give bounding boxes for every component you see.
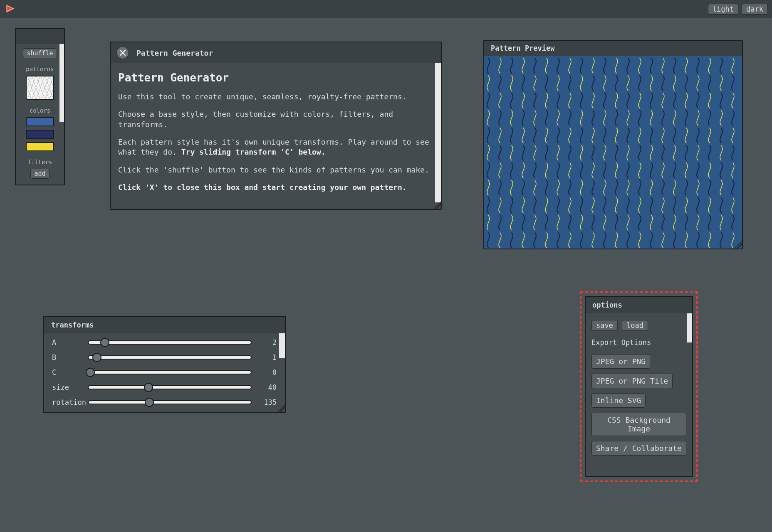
slider-thumb[interactable] xyxy=(145,398,154,407)
slider-label: rotation xyxy=(52,398,84,406)
color-swatch-2[interactable] xyxy=(26,130,54,139)
palette-patterns-label: patterns xyxy=(26,66,54,72)
intro-header-title: Pattern Generator xyxy=(136,49,213,57)
preview-resize-handle[interactable] xyxy=(735,241,742,249)
intro-p5: Click 'X' to close this box and start cr… xyxy=(118,182,431,192)
save-button[interactable]: save xyxy=(591,320,618,331)
slider-value: 40 xyxy=(256,383,277,392)
intro-panel: Pattern Generator Pattern Generator Use … xyxy=(110,42,442,210)
add-filter-button[interactable]: add xyxy=(30,169,49,179)
theme-light-button[interactable]: light xyxy=(708,4,738,15)
options-saveload-row: save load xyxy=(591,320,686,331)
intro-resize-handle[interactable] xyxy=(433,202,441,209)
slider-value: 135 xyxy=(256,398,277,406)
palette-colors-label: colors xyxy=(30,107,51,114)
load-button[interactable]: load xyxy=(622,320,648,331)
slider-row-b: B 1 xyxy=(52,353,277,362)
slider-value: 1 xyxy=(256,353,277,362)
intro-p4: Click the 'shuffle' button to see the ki… xyxy=(118,165,431,175)
intro-heading: Pattern Generator xyxy=(118,71,431,85)
slider-value: 2 xyxy=(256,338,277,347)
transforms-scrollbar[interactable] xyxy=(279,333,285,358)
slider-label: size xyxy=(52,383,84,392)
palette-scrollbar[interactable] xyxy=(59,44,64,122)
palette-filters-label: filters xyxy=(27,159,52,165)
theme-dark-button[interactable]: dark xyxy=(742,4,768,15)
transforms-panel: transforms A 2 B 1 C 0 size 40 rotation … xyxy=(43,316,286,413)
slider-thumb[interactable] xyxy=(100,338,109,347)
slider-thumb[interactable] xyxy=(144,383,153,392)
options-scrollbar[interactable] xyxy=(687,313,692,342)
slider-thumb[interactable] xyxy=(92,353,101,362)
app-logo xyxy=(4,3,16,15)
options-header[interactable]: options xyxy=(586,297,692,313)
intro-p3: Each pattern style has it's own unique t… xyxy=(118,137,431,158)
slider-label: C xyxy=(52,368,84,377)
palette-filters-group: filters add xyxy=(19,159,61,179)
transforms-resize-handle[interactable] xyxy=(277,405,285,412)
color-swatch-1[interactable] xyxy=(26,117,54,126)
intro-p2: Choose a base style, then customize with… xyxy=(118,109,431,130)
slider-row-rotation: rotation 135 xyxy=(52,398,277,406)
palette-panel: shuffle patterns colors filters add xyxy=(15,28,65,185)
export-heading: Export Options xyxy=(591,338,686,347)
preview-header[interactable]: Pattern Preview xyxy=(484,41,742,56)
slider-rotation[interactable] xyxy=(88,400,252,404)
export-share-button[interactable]: Share / Collaborate xyxy=(591,441,686,456)
preview-panel: Pattern Preview xyxy=(483,40,743,249)
intro-body: Pattern Generator Use this tool to creat… xyxy=(111,63,441,209)
options-highlight: options save load Export Options JPEG or… xyxy=(580,291,698,482)
export-inline-svg-button[interactable]: Inline SVG xyxy=(591,393,646,408)
intro-p1: Use this tool to create unique, seamless… xyxy=(118,92,431,102)
intro-scrollbar[interactable] xyxy=(435,63,441,202)
shuffle-button[interactable]: shuffle xyxy=(23,48,57,58)
palette-shuffle-group: shuffle xyxy=(19,48,61,58)
svg-rect-1 xyxy=(484,56,742,249)
export-jpeg-png-button[interactable]: JPEG or PNG xyxy=(591,354,650,369)
preview-canvas xyxy=(484,56,742,249)
slider-label: A xyxy=(52,338,84,347)
slider-label: B xyxy=(52,353,84,362)
slider-size[interactable] xyxy=(88,385,252,389)
slider-row-size: size 40 xyxy=(52,383,277,392)
options-body: save load Export Options JPEG or PNG JPE… xyxy=(586,313,692,476)
close-intro-button[interactable] xyxy=(116,47,129,59)
palette-colors-group: colors xyxy=(19,107,61,151)
slider-a[interactable] xyxy=(88,340,252,345)
color-swatch-3[interactable] xyxy=(26,142,54,151)
palette-patterns-group: patterns xyxy=(19,66,61,100)
intro-header[interactable]: Pattern Generator xyxy=(111,42,441,63)
slider-b[interactable] xyxy=(88,355,252,360)
transforms-header[interactable]: transforms xyxy=(44,317,285,333)
theme-buttons: light dark xyxy=(708,4,768,15)
transforms-body: A 2 B 1 C 0 size 40 rotation 135 xyxy=(44,333,285,412)
topbar: light dark xyxy=(0,0,772,18)
export-css-bg-button[interactable]: CSS Background Image xyxy=(591,413,686,436)
slider-row-c: C 0 xyxy=(52,368,277,377)
slider-thumb[interactable] xyxy=(86,368,95,377)
slider-row-a: A 2 xyxy=(52,338,277,347)
palette-panel-header[interactable] xyxy=(16,29,64,44)
options-panel: options save load Export Options JPEG or… xyxy=(585,296,693,477)
pattern-thumbnail[interactable] xyxy=(26,76,54,100)
slider-c[interactable] xyxy=(88,370,252,374)
export-list: JPEG or PNG JPEG or PNG Tile Inline SVG … xyxy=(591,354,686,456)
close-icon xyxy=(120,50,126,56)
slider-value: 0 xyxy=(256,368,277,377)
export-jpeg-png-tile-button[interactable]: JPEG or PNG Tile xyxy=(591,374,673,388)
